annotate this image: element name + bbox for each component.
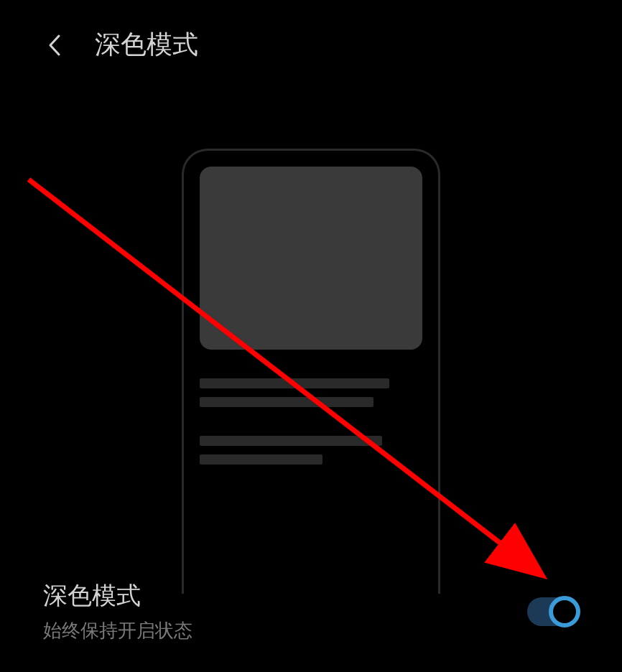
mock-screen-block — [200, 167, 422, 350]
mock-line — [200, 397, 373, 407]
back-icon[interactable] — [43, 34, 66, 57]
preview-area — [0, 149, 622, 594]
mock-line — [200, 454, 322, 465]
chevron-left-icon — [47, 34, 62, 57]
page-header: 深色模式 — [0, 0, 622, 77]
setting-text-group: 深色模式 始终保持开启状态 — [43, 579, 192, 643]
dark-mode-setting-row: 深色模式 始终保持开启状态 — [0, 579, 622, 643]
toggle-knob — [549, 596, 580, 627]
mock-line — [200, 378, 389, 388]
mock-line — [200, 436, 382, 446]
dark-mode-toggle[interactable] — [527, 597, 579, 626]
mock-text-lines — [200, 378, 422, 465]
setting-title: 深色模式 — [43, 579, 192, 612]
page-title: 深色模式 — [95, 27, 198, 62]
phone-preview-mock — [182, 149, 440, 594]
setting-subtitle: 始终保持开启状态 — [43, 618, 192, 643]
